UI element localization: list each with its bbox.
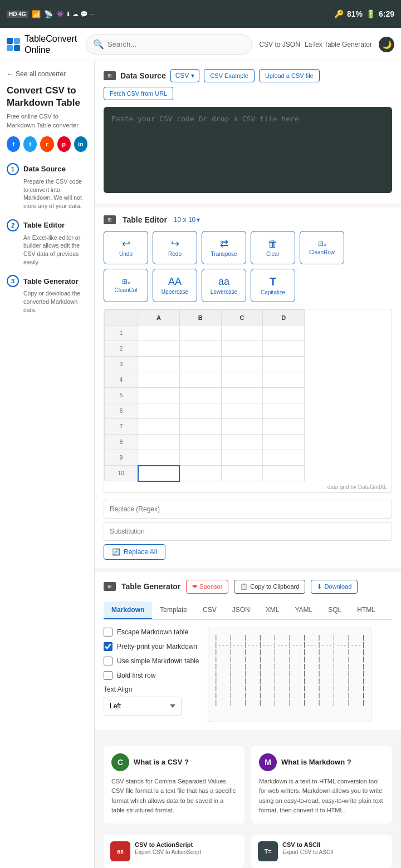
cell-5-0[interactable] [138,388,180,403]
cell-1-0[interactable] [138,326,180,341]
uppercase-btn[interactable]: AA Uppercase [153,269,197,302]
simple-checkbox[interactable] [104,657,113,665]
bold-option[interactable]: Bold first row [104,671,199,680]
cell-8-3[interactable] [263,435,305,450]
cell-5-3[interactable] [263,388,305,403]
table-row[interactable]: 2 [105,341,305,357]
cell-10-2[interactable] [221,466,263,481]
social-twitter[interactable]: t [23,136,37,152]
tab-yaml[interactable]: YAML [287,601,320,620]
cell-3-3[interactable] [263,357,305,372]
table-row[interactable]: 5 [105,388,305,403]
cell-9-3[interactable] [263,450,305,466]
nav-link-latex[interactable]: LaTex Table Generator [305,41,372,48]
clear-btn[interactable]: 🗑 Clear [251,231,295,264]
cell-8-0[interactable] [138,435,180,450]
table-grid[interactable]: A B C D 12345678910 data grid by DataGri… [104,309,392,493]
regex-input[interactable] [104,500,392,519]
cell-1-1[interactable] [179,326,221,341]
cell-6-1[interactable] [179,403,221,419]
search-box[interactable]: 🔍 [86,34,252,55]
back-link[interactable]: ← See all converter [7,70,87,78]
tab-sql[interactable]: SQL [320,601,349,620]
escape-checkbox[interactable] [104,628,113,637]
related-ascii[interactable]: T= CSV to ASCII Export CSV to ASCII [251,835,392,868]
csv-format-selector[interactable]: CSV ▾ [170,69,200,82]
csv-input[interactable] [104,107,392,193]
tab-xml[interactable]: XML [258,601,287,620]
fetch-csv-btn[interactable]: Fetch CSV from URL [104,87,173,100]
table-row[interactable]: 9 [105,450,305,466]
tab-json[interactable]: JSON [224,601,258,620]
substitution-input[interactable] [104,522,392,541]
cell-6-3[interactable] [263,403,305,419]
escape-option[interactable]: Escape Markdown table [104,628,199,637]
cell-7-2[interactable] [221,419,263,435]
tab-template[interactable]: Template [152,601,195,620]
tab-markdown[interactable]: Markdown [104,601,152,620]
upload-csv-btn[interactable]: Upload a CSV file [259,69,320,82]
lowercase-btn[interactable]: aa Lowercase [202,269,246,302]
related-actionscript[interactable]: as CSV to ActionScript Export CSV to Act… [104,835,244,868]
cell-4-1[interactable] [179,372,221,388]
cell-10-3[interactable] [263,466,305,481]
pretty-checkbox[interactable] [104,642,113,651]
table-row[interactable]: 4 [105,372,305,388]
pretty-option[interactable]: Pretty-print your Markdown [104,642,199,651]
cleanrow-btn[interactable]: ⊟ₓ CleanRow [300,231,344,264]
table-row[interactable]: 10 [105,466,305,481]
transpose-btn[interactable]: ⇄ Transpose [202,231,246,264]
sponsor-btn[interactable]: ❤ Sponsor [186,580,228,594]
table-row[interactable]: 3 [105,357,305,372]
cell-6-2[interactable] [221,403,263,419]
social-reddit[interactable]: r [40,136,53,152]
text-align-select[interactable]: Left Center Right [104,697,182,716]
nav-link-csv-json[interactable]: CSV to JSON [259,41,300,48]
cell-2-3[interactable] [263,341,305,357]
cell-1-2[interactable] [221,326,263,341]
cleancol-btn[interactable]: ⊞ₓ CleanCol [104,269,148,302]
cell-2-2[interactable] [221,341,263,357]
cell-9-0[interactable] [138,450,180,466]
table-row[interactable]: 7 [105,419,305,435]
cell-3-0[interactable] [138,357,180,372]
cell-7-3[interactable] [263,419,305,435]
cell-3-2[interactable] [221,357,263,372]
cell-8-1[interactable] [179,435,221,450]
cell-5-1[interactable] [179,388,221,403]
table-row[interactable]: 6 [105,403,305,419]
social-facebook[interactable]: f [7,136,20,152]
cell-6-0[interactable] [138,403,180,419]
bold-checkbox[interactable] [104,671,113,680]
copy-clipboard-btn[interactable]: 📋 Copy to Clipboard [234,580,305,594]
csv-example-btn[interactable]: CSV Example [204,69,254,82]
table-row[interactable]: 8 [105,435,305,450]
replace-all-btn[interactable]: 🔄 Replace All [104,544,165,560]
search-input[interactable] [107,40,245,48]
capitalize-btn[interactable]: T Capitalize [251,269,295,302]
undo-btn[interactable]: ↩ Undo [104,231,148,264]
download-btn[interactable]: ⬇ Download [311,580,358,594]
simple-option[interactable]: Use simple Markdown table [104,657,199,665]
cell-2-0[interactable] [138,341,180,357]
cell-10-0[interactable] [138,466,180,481]
cell-4-0[interactable] [138,372,180,388]
table-size-selector[interactable]: 10 x 10 ▾ [174,216,200,224]
cell-10-1[interactable] [179,466,221,481]
tab-html[interactable]: HTML [349,601,383,620]
social-linkedin[interactable]: in [74,136,87,152]
table-row[interactable]: 1 [105,326,305,341]
cell-7-1[interactable] [179,419,221,435]
theme-toggle[interactable]: 🌙 [379,37,394,52]
social-pinterest[interactable]: p [57,136,71,152]
cell-8-2[interactable] [221,435,263,450]
redo-btn[interactable]: ↪ Redo [153,231,197,264]
cell-3-1[interactable] [179,357,221,372]
cell-4-2[interactable] [221,372,263,388]
cell-4-3[interactable] [263,372,305,388]
logo-area[interactable]: TableConvert Online [7,33,79,55]
tab-csv[interactable]: CSV [195,601,224,620]
cell-1-3[interactable] [263,326,305,341]
cell-5-2[interactable] [221,388,263,403]
cell-9-2[interactable] [221,450,263,466]
